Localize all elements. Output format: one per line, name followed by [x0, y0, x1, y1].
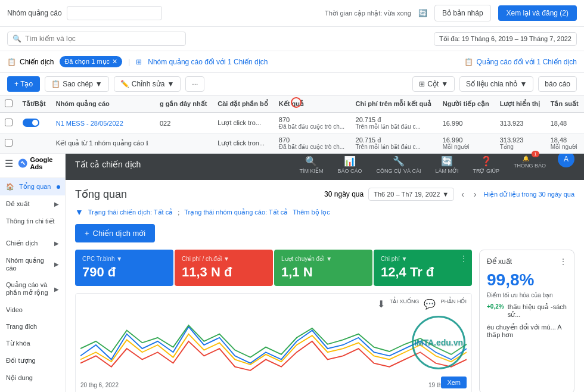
filter-group-status[interactable]: Trạng thái nhóm quảng cáo: Tất cả	[184, 209, 288, 216]
main-area: Tất cả chiến dịch 🔍 TÌM KIẾM 📊 BÁO CÁO 🔧…	[66, 149, 584, 392]
sidebar-item-video[interactable]: Video	[0, 301, 65, 318]
view-button[interactable]: Xem	[441, 377, 467, 388]
more-button[interactable]: ···	[185, 76, 204, 92]
date-selector: 30 ngày qua Th6 20 – Th7 19, 2022 ▼ ‹ › …	[324, 187, 574, 201]
row1-toggle[interactable]	[18, 113, 51, 133]
watermark: IMTA.edu.vn	[412, 316, 465, 369]
search-box[interactable]: 🔍	[7, 32, 186, 46]
chart-labels: 20 thg 6, 2022 19 thg 7, 2022	[80, 382, 467, 388]
table-row: Kết quả từ 1 nhóm quảng cáo ℹ Lượt click…	[0, 133, 584, 154]
feedback-icon[interactable]: 💬	[424, 298, 436, 310]
edit-button[interactable]: ✏️ Chỉnh sửa ▼	[114, 76, 181, 92]
create-button[interactable]: + Tạo	[7, 76, 40, 92]
ads-arrow: ▶	[54, 286, 59, 293]
refresh-icon[interactable]: 🔄	[418, 9, 427, 17]
group-selector[interactable]	[67, 6, 162, 20]
watermark-text: IMTA.edu.vn	[414, 338, 463, 347]
campaign-label: Chiến dịch	[20, 58, 54, 66]
row2-date	[155, 133, 213, 154]
sidebar-item-ads[interactable]: Quảng cáo và phần mở rộng ▶	[0, 276, 65, 301]
download-icon[interactable]: ⬇	[377, 298, 385, 310]
sidebar-item-suggestions[interactable]: Đề xuất ▶	[0, 195, 65, 213]
sidebar-item-settings[interactable]: Cài đặt	[0, 387, 65, 392]
edit-icon: ✏️	[120, 80, 129, 88]
suggestion-menu[interactable]: ⋮	[560, 257, 567, 266]
metric-split-button[interactable]: Số liệu chia nhỏ ▼	[459, 76, 533, 92]
metric-cost-conv-label: Chi phí / ch.đổi ▼	[182, 256, 266, 262]
row1-name[interactable]: N1 MESS - 28/05/2022	[51, 113, 155, 133]
col-checkbox	[0, 96, 18, 113]
result-circle-highlight	[291, 97, 302, 108]
row1-result: 870Đã bắt đầu cuộc trò ch...	[274, 113, 351, 133]
group-label: Nhóm quảng cáo	[7, 9, 62, 17]
row1-checkbox[interactable]	[0, 113, 18, 133]
sidebar-item-keywords[interactable]: Từ khóa	[0, 335, 65, 352]
row2-toggle	[18, 133, 51, 154]
search-input[interactable]	[25, 35, 181, 43]
campaign-icon: 📋	[7, 58, 16, 66]
add-filter-button[interactable]: Thêm bộ lọc	[293, 209, 330, 216]
selected-badge[interactable]: Đã chọn 1 mục ✕	[60, 56, 122, 67]
status-text: Thời gian cập nhật: vừa xong	[325, 10, 411, 17]
edit-label: Chỉnh sửa	[132, 80, 165, 88]
review-button[interactable]: Xem lại và đăng (2)	[498, 5, 577, 21]
filter-separator: ;	[178, 209, 179, 216]
row2-impressions: 313.923Tổng	[495, 133, 546, 154]
performance-chart	[80, 312, 467, 378]
new-campaign-label: Chiến dịch mới	[93, 229, 146, 238]
date-chevron: ▼	[442, 191, 449, 198]
metric-conversions[interactable]: Lượt chuyển đổi ▼ 1,1 N	[274, 250, 372, 286]
sidebar-item-audience[interactable]: Đối tượng	[0, 352, 65, 369]
copy-button[interactable]: 📋 Sao chép ▼	[45, 76, 109, 92]
suggestion-item-1[interactable]: +0,2% thấu hiệu quả -sách sử...	[487, 303, 567, 319]
ads-link[interactable]: Quảng cáo đổi với 1 Chiến dịch	[477, 58, 577, 66]
content-area: Tổng quan 30 ngày qua Th6 20 – Th7 19, 2…	[66, 180, 584, 392]
draft-button[interactable]: Bỏ bản nháp	[434, 5, 491, 21]
filter-icon: ▼	[75, 207, 83, 217]
date-next-button[interactable]: ›	[471, 187, 479, 201]
tool-notifications-label: THÔNG BÁO	[514, 163, 546, 169]
col-impressions: Lượt hiển thị	[495, 96, 546, 113]
group-link[interactable]: Nhóm quảng cáo đổi với 1 Chiến dịch	[148, 58, 268, 66]
campaign-badge: 📋 Chiến dịch	[7, 58, 54, 66]
row1-cost: 20.715 đTrên mỗi lần bắt đầu c...	[351, 113, 438, 133]
filter-campaign-status[interactable]: Trạng thái chiến dịch: Tất cả	[88, 209, 173, 216]
report-button[interactable]: báo cáo	[538, 76, 577, 92]
score-value: 99,8%	[487, 270, 534, 289]
tool-help-label: TRỢ GIÚP	[473, 168, 499, 174]
top-bar-4: + Tạo 📋 Sao chép ▼ ✏️ Chỉnh sửa ▼ ··· ⊞ …	[0, 73, 584, 96]
suggestion-item-2[interactable]: éu chuyển đổi với mú... A thấp hơn	[487, 323, 567, 339]
row2-checkbox[interactable]	[0, 133, 18, 154]
metric-cost-conv-value: 11,3 N đ	[182, 265, 266, 280]
hint-text[interactable]: Hiện dữ liệu trong 30 ngày qua	[484, 191, 574, 198]
sidebar-item-content[interactable]: Nội dung	[0, 369, 65, 387]
date-prev-button[interactable]: ‹	[459, 187, 467, 201]
sidebar-item-overview[interactable]: 🏠 Tổng quan	[0, 178, 65, 195]
tool-refresh-label: LÀM MỚI	[435, 168, 458, 174]
bottom-panel: ☰ Google Ads 🏠 Tổng quan Đề xuất ▶ Thông…	[0, 149, 584, 392]
metric-cost-per-conv[interactable]: Chi phí / ch.đổi ▼ 11,3 N đ	[175, 250, 273, 286]
metric-menu-icon[interactable]: ⋮	[460, 254, 467, 263]
filter-bar: ▼ Trạng thái chiến dịch: Tất cả ; Trạng …	[75, 207, 574, 217]
select-all-checkbox[interactable]	[5, 99, 13, 107]
content-label: Nội dung	[6, 374, 33, 382]
sidebar-item-landing[interactable]: Trang đích	[0, 318, 65, 335]
adgroups-label: Nhóm quảng cáo	[6, 257, 49, 272]
metric-cpc[interactable]: CPC Tr.bình ▼ 790 đ	[75, 250, 173, 286]
suggestion-header: Để xuất ⋮	[487, 257, 567, 266]
suggestion-card: Để xuất ⋮ 99,8% Điểm tối ưu hóa của bạn …	[479, 250, 574, 392]
row2-freq: 18,48Mỗi người	[546, 133, 584, 154]
ads-label: Quảng cáo và phần mở rộng	[6, 281, 49, 297]
metric-cost[interactable]: Chi phí ▼ 12,4 Tr đ ⋮	[374, 250, 472, 286]
close-icon[interactable]: ✕	[112, 58, 117, 66]
table-header-row: Tắt/Bật Nhóm quảng cáo g gần đây nhất Cà…	[0, 96, 584, 113]
toggle-switch[interactable]	[23, 119, 39, 127]
column-button[interactable]: ⊞ Cột ▼	[412, 76, 455, 92]
metric-cpc-label: CPC Tr.bình ▼	[82, 256, 166, 262]
sidebar-overview-label: Tổng quan	[19, 183, 51, 191]
sidebar-item-campaigns[interactable]: Chiến dịch ▶	[0, 235, 65, 252]
sidebar-item-details[interactable]: Thông tin chi tiết	[0, 213, 65, 230]
date-dropdown[interactable]: Th6 20 – Th7 19, 2022 ▼	[368, 188, 454, 201]
sidebar-item-adgroups[interactable]: Nhóm quảng cáo ▶	[0, 252, 65, 276]
new-campaign-button[interactable]: + Chiến dịch mới	[75, 224, 155, 242]
